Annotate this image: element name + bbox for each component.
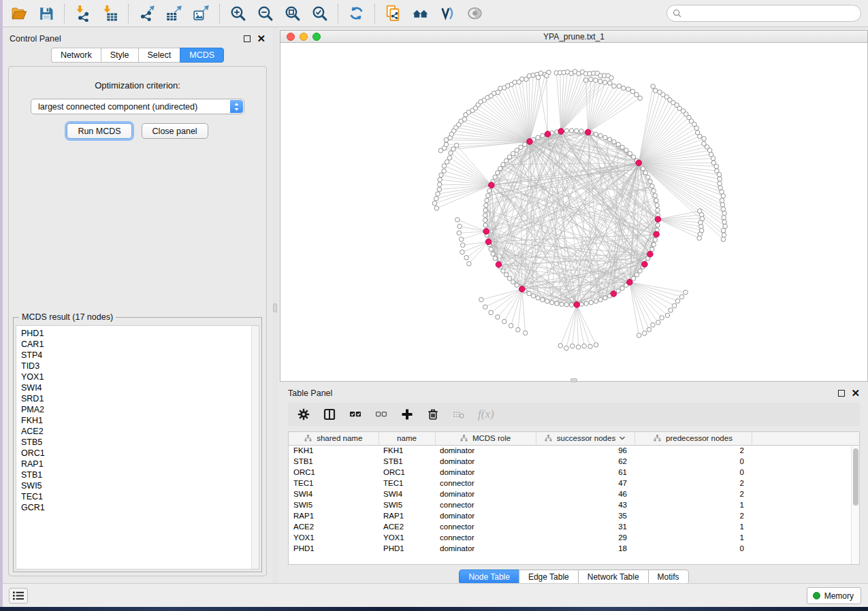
- float-panel-icon[interactable]: [838, 390, 845, 397]
- table-row[interactable]: TEC1TEC1connector472: [289, 478, 859, 489]
- table-row[interactable]: SWI5SWI5connector431: [289, 499, 859, 510]
- right-region: YPA_prune.txt_1 Table Panel ✕: [278, 28, 868, 583]
- table-row[interactable]: SWI4SWI4dominator462: [289, 489, 859, 499]
- mcds-node-item[interactable]: CAR1: [16, 339, 251, 350]
- network-canvas[interactable]: [280, 43, 868, 382]
- task-history-button[interactable]: [9, 588, 28, 604]
- mcds-node-item[interactable]: STP4: [16, 350, 251, 361]
- table-panel: Table Panel ✕: [280, 384, 868, 583]
- optimization-criterion-label: Optimization criterion:: [9, 80, 266, 90]
- table-panel-tabs: Node Table Edge Table Network Table Moti…: [280, 569, 868, 584]
- tab-node-table[interactable]: Node Table: [459, 569, 519, 584]
- mcds-node-item[interactable]: SWI4: [16, 382, 251, 393]
- table-row[interactable]: FKH1FKH1dominator962: [289, 445, 859, 456]
- sort-descending-icon: [619, 435, 626, 441]
- window-maximize-icon[interactable]: [312, 33, 321, 41]
- import-network-icon[interactable]: [74, 4, 92, 22]
- mcds-node-item[interactable]: TEC1: [16, 491, 251, 502]
- tab-edge-table[interactable]: Edge Table: [519, 569, 578, 584]
- column-header-name[interactable]: name: [379, 432, 435, 445]
- mcds-node-item[interactable]: FKH1: [16, 415, 251, 426]
- mcds-node-item[interactable]: YOX1: [16, 371, 251, 382]
- panel-splitter-vertical[interactable]: [272, 28, 278, 583]
- tab-select[interactable]: Select: [138, 48, 180, 63]
- network-window-titlebar[interactable]: YPA_prune.txt_1: [280, 30, 868, 43]
- close-panel-icon[interactable]: ✕: [257, 35, 266, 42]
- network-graph[interactable]: [280, 43, 867, 381]
- table-row[interactable]: ORC1ORC1dominator610: [289, 467, 859, 478]
- column-header-predecessor-nodes[interactable]: predecessor nodes: [634, 432, 752, 445]
- shared-column-icon: [460, 435, 468, 442]
- open-folder-icon[interactable]: [10, 4, 28, 22]
- zoom-selected-icon[interactable]: [310, 4, 329, 22]
- mcds-node-item[interactable]: PMA2: [16, 404, 251, 415]
- mcds-node-item[interactable]: SRD1: [16, 393, 251, 404]
- export-network-icon[interactable]: [138, 4, 156, 22]
- mcds-node-item[interactable]: GCR1: [16, 502, 251, 513]
- table-scrollbar-thumb[interactable]: [853, 448, 858, 506]
- mcds-node-item[interactable]: SWI5: [16, 480, 251, 491]
- tab-style[interactable]: Style: [101, 48, 138, 63]
- table-row[interactable]: YOX1YOX1connector291: [289, 532, 859, 543]
- criterion-select[interactable]: largest connected component (undirected): [31, 99, 244, 114]
- status-bar: Memory: [3, 583, 868, 607]
- network-from-selection-icon[interactable]: [384, 4, 402, 22]
- toolbar-separator: [64, 4, 65, 23]
- mcds-list-scrollbar[interactable]: [251, 326, 259, 569]
- window-minimize-icon[interactable]: [300, 33, 308, 41]
- houses-icon[interactable]: [411, 4, 430, 22]
- zoom-fit-icon[interactable]: [283, 4, 302, 22]
- float-panel-icon[interactable]: [244, 35, 251, 42]
- table-row[interactable]: RAP1RAP1dominator352: [289, 510, 859, 521]
- import-table-icon[interactable]: [101, 4, 119, 22]
- table-scrollbar[interactable]: [851, 446, 859, 564]
- select-stepper-icon: [230, 100, 243, 113]
- control-panel-tabs: Network Style Select MCDS: [3, 48, 272, 63]
- mcds-result-listbox[interactable]: PHD1CAR1STP4TID3YOX1SWI4SRD1PMA2FKH1ACE2…: [16, 325, 259, 569]
- close-panel-icon[interactable]: ✕: [851, 390, 860, 397]
- search-input[interactable]: [685, 9, 855, 18]
- mcds-node-item[interactable]: TID3: [16, 361, 251, 371]
- run-mcds-button[interactable]: Run MCDS: [67, 123, 131, 139]
- save-icon[interactable]: [37, 4, 55, 22]
- export-table-icon[interactable]: [165, 4, 183, 22]
- close-panel-button[interactable]: Close panel: [142, 123, 208, 139]
- add-column-icon[interactable]: [400, 408, 413, 421]
- zoom-in-icon[interactable]: [229, 4, 247, 22]
- control-panel-header: Control Panel ✕: [3, 28, 272, 46]
- mcds-node-item[interactable]: PHD1: [16, 328, 251, 339]
- splitter-grip-icon[interactable]: [273, 303, 277, 312]
- column-header-successor-nodes[interactable]: successor nodes: [536, 432, 634, 445]
- export-image-icon[interactable]: [192, 4, 210, 22]
- tab-network-table[interactable]: Network Table: [578, 569, 648, 584]
- mcds-node-item[interactable]: STB5: [16, 437, 251, 448]
- mcds-node-item[interactable]: ACE2: [16, 426, 251, 437]
- splitter-grip-icon[interactable]: [570, 378, 577, 382]
- memory-button[interactable]: Memory: [807, 587, 861, 604]
- mcds-node-item[interactable]: RAP1: [16, 459, 251, 469]
- column-header-mcds-role[interactable]: MCDS role: [435, 432, 536, 445]
- control-panel-title: Control Panel: [10, 34, 61, 44]
- column-layout-icon[interactable]: [323, 408, 336, 421]
- table-row[interactable]: PHD1PHD1dominator180: [289, 543, 859, 554]
- delete-column-icon[interactable]: [426, 408, 439, 421]
- gear-icon[interactable]: [297, 408, 310, 421]
- table-row[interactable]: STB1STB1dominator620: [289, 456, 859, 467]
- tab-motifs[interactable]: Motifs: [648, 569, 689, 584]
- refresh-icon[interactable]: [347, 4, 366, 22]
- search-box[interactable]: [666, 5, 861, 22]
- mcds-node-item[interactable]: ORC1: [16, 448, 251, 459]
- show-columns-icon[interactable]: [349, 408, 361, 421]
- style-check-icon[interactable]: [438, 4, 457, 22]
- mcds-result-title: MCDS result (17 nodes): [19, 312, 116, 322]
- toolbar-separator: [219, 4, 220, 23]
- window-close-icon[interactable]: [287, 33, 295, 41]
- column-header-shared-name[interactable]: shared name: [289, 432, 379, 445]
- zoom-out-icon[interactable]: [256, 4, 274, 22]
- hide-columns-icon[interactable]: [374, 408, 387, 421]
- mcds-node-item[interactable]: STB1: [16, 469, 251, 480]
- node-table-container: shared name name MCDS role successor nod…: [288, 431, 860, 565]
- tab-network[interactable]: Network: [51, 48, 101, 63]
- tab-mcds[interactable]: MCDS: [180, 48, 224, 63]
- table-row[interactable]: ACE2ACE2connector311: [289, 521, 859, 532]
